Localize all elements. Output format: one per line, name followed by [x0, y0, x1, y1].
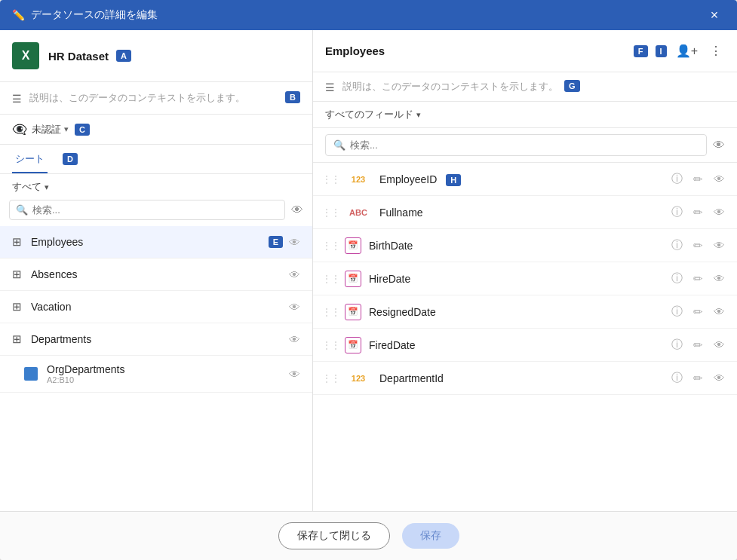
date-icon-birthdate: 📅 — [345, 237, 361, 254]
drag-handle-icon[interactable]: ⋮⋮ — [322, 307, 340, 317]
drag-handle-icon[interactable]: ⋮⋮ — [322, 240, 340, 251]
field-name-fullname: Fullname — [379, 207, 668, 219]
field-actions-fireddate: ⓘ ✏ 👁 — [668, 336, 728, 353]
left-search-input[interactable] — [32, 204, 278, 216]
field-visibility-button-employeeid[interactable]: 👁 — [711, 171, 728, 187]
left-description-row[interactable]: ☰ 説明は、このデータのコンテキストを示します。 B — [0, 82, 312, 115]
field-info-button-employeeid[interactable]: ⓘ — [668, 170, 686, 188]
field-edit-button-departmentid[interactable]: ✏ — [690, 370, 706, 387]
field-edit-button-employeeid[interactable]: ✏ — [690, 171, 706, 188]
field-name-resigneddate: ResignedDate — [369, 306, 668, 318]
right-hamburger-icon: ☰ — [325, 81, 335, 93]
table-visibility-icon-absences[interactable]: 👁 — [289, 268, 300, 281]
right-search-row: 🔍 👁 — [313, 128, 737, 163]
dataset-header: X HR Dataset A — [0, 30, 312, 82]
field-visibility-button-fullname[interactable]: 👁 — [711, 204, 728, 220]
field-row-birthdate: ⋮⋮ 📅 BirthDate ⓘ ✏ 👁 — [313, 229, 737, 262]
org-icon — [24, 367, 38, 381]
right-description-row[interactable]: ☰ 説明は、このデータのコンテキストを示します。 G — [313, 72, 737, 102]
field-visibility-button-fireddate[interactable]: 👁 — [711, 337, 728, 353]
field-actions-employeeid: ⓘ ✏ 👁 — [668, 170, 728, 188]
field-info-button-fullname[interactable]: ⓘ — [668, 203, 686, 221]
field-name-fireddate: FiredDate — [369, 339, 668, 351]
field-row-resigneddate: ⋮⋮ 📅 ResignedDate ⓘ ✏ 👁 — [313, 295, 737, 329]
field-visibility-button-resigneddate[interactable]: 👁 — [711, 304, 728, 320]
field-info-button-birthdate[interactable]: ⓘ — [668, 237, 686, 254]
fields-filter-row[interactable]: すべてのフィールド ▾ — [313, 102, 737, 128]
share-button[interactable]: 👤+ — [673, 41, 701, 61]
field-info-button-resigneddate[interactable]: ⓘ — [668, 303, 686, 320]
table-item-name-absences: Absences — [31, 268, 289, 280]
table-item-departments[interactable]: ⊞ Departments 👁 — [0, 323, 312, 356]
filter-chevron-icon: ▾ — [45, 182, 49, 192]
field-visibility-button-birthdate[interactable]: 👁 — [711, 237, 728, 253]
fields-list: ⋮⋮ 123 EmployeeID H ⓘ ✏ 👁 ⋮⋮ ABC — [313, 163, 737, 511]
right-panel: Employees F I 👤+ ⋮ ☰ 説明は、このデータのコンテキストを示し… — [313, 30, 737, 511]
field-actions-birthdate: ⓘ ✏ 👁 — [668, 237, 728, 254]
auth-row[interactable]: 👁️‍🗨️ 未認証 ▾ C — [0, 115, 312, 145]
table-visibility-icon-employees[interactable]: 👁 — [289, 236, 300, 249]
right-visibility-icon[interactable]: 👁 — [713, 139, 725, 152]
right-search-box[interactable]: 🔍 — [325, 134, 707, 156]
field-name-birthdate: BirthDate — [369, 240, 668, 252]
fields-filter-chevron-icon: ▾ — [416, 110, 421, 120]
auth-label: 未認証 — [32, 123, 61, 136]
badge-i: I — [656, 45, 667, 57]
field-info-button-hiredate[interactable]: ⓘ — [668, 270, 686, 287]
sheets-tab[interactable]: シート — [12, 145, 48, 173]
field-row-hiredate: ⋮⋮ 📅 HireDate ⓘ ✏ 👁 — [313, 262, 737, 295]
date-icon-resigneddate: 📅 — [345, 304, 361, 320]
field-type-badge-fullname: ABC — [345, 208, 372, 217]
field-visibility-button-hiredate[interactable]: 👁 — [711, 271, 728, 286]
drag-handle-icon[interactable]: ⋮⋮ — [322, 274, 340, 284]
field-edit-button-birthdate[interactable]: ✏ — [690, 237, 706, 254]
field-name-departmentid: DepartmentId — [379, 372, 668, 384]
field-info-button-departmentid[interactable]: ⓘ — [668, 369, 686, 387]
badge-d: D — [63, 153, 78, 165]
left-visibility-icon[interactable]: 👁 — [291, 203, 303, 217]
right-search-input[interactable] — [350, 139, 699, 151]
footer: 保存して閉じる 保存 — [0, 511, 737, 560]
field-type-badge-departmentid: 123 — [345, 374, 372, 383]
search-icon: 🔍 — [16, 204, 28, 216]
field-row-employeeid: ⋮⋮ 123 EmployeeID H ⓘ ✏ 👁 — [313, 163, 737, 196]
field-visibility-button-departmentid[interactable]: 👁 — [711, 370, 728, 386]
sheets-tab-label: シート — [15, 153, 45, 164]
table-item-absences[interactable]: ⊞ Absences 👁 — [0, 259, 312, 291]
right-search-icon: 🔍 — [333, 139, 345, 151]
drag-handle-icon[interactable]: ⋮⋮ — [322, 340, 340, 350]
org-item-name: OrgDepartments — [47, 363, 289, 375]
more-options-button[interactable]: ⋮ — [707, 41, 725, 61]
field-type-badge-employeeid: 123 — [345, 175, 372, 184]
field-info-button-fireddate[interactable]: ⓘ — [668, 336, 686, 353]
field-actions-departmentid: ⓘ ✏ 👁 — [668, 369, 728, 387]
field-edit-button-resigneddate[interactable]: ✏ — [690, 304, 706, 320]
drag-handle-icon[interactable]: ⋮⋮ — [322, 174, 340, 185]
table-item-name-employees: Employees — [31, 236, 261, 248]
fields-filter-label: すべてのフィールド — [325, 108, 413, 121]
close-button[interactable]: × — [704, 5, 725, 26]
drag-handle-icon[interactable]: ⋮⋮ — [322, 373, 340, 384]
save-close-button[interactable]: 保存して閉じる — [278, 522, 390, 549]
left-filter-row[interactable]: すべて ▾ — [0, 174, 312, 197]
table-list: ⊞ Employees E 👁 ⊞ Absences 👁 ⊞ Vacation … — [0, 226, 312, 511]
badge-c: C — [75, 124, 90, 136]
table-grid-icon: ⊞ — [12, 268, 22, 281]
field-actions-hiredate: ⓘ ✏ 👁 — [668, 270, 728, 287]
field-edit-button-fullname[interactable]: ✏ — [690, 204, 706, 221]
table-visibility-icon-orgdepartments[interactable]: 👁 — [289, 368, 300, 381]
field-edit-button-fireddate[interactable]: ✏ — [690, 337, 706, 353]
field-edit-button-hiredate[interactable]: ✏ — [690, 271, 706, 287]
table-item-employees[interactable]: ⊞ Employees E 👁 — [0, 226, 312, 259]
save-button[interactable]: 保存 — [402, 523, 459, 549]
table-item-name-departments: Departments — [31, 333, 289, 345]
left-panel: X HR Dataset A ☰ 説明は、このデータのコンテキストを示します。 … — [0, 30, 313, 511]
table-visibility-icon-departments[interactable]: 👁 — [289, 333, 300, 346]
org-item-orgdepartments[interactable]: OrgDepartments A2:B10 👁 — [0, 356, 312, 393]
drag-handle-icon[interactable]: ⋮⋮ — [322, 207, 340, 218]
badge-g: G — [564, 80, 580, 92]
right-header: Employees F I 👤+ ⋮ — [313, 30, 737, 72]
table-item-vacation[interactable]: ⊞ Vacation 👁 — [0, 291, 312, 323]
left-search-box[interactable]: 🔍 — [9, 200, 285, 220]
table-visibility-icon-vacation[interactable]: 👁 — [289, 301, 300, 314]
